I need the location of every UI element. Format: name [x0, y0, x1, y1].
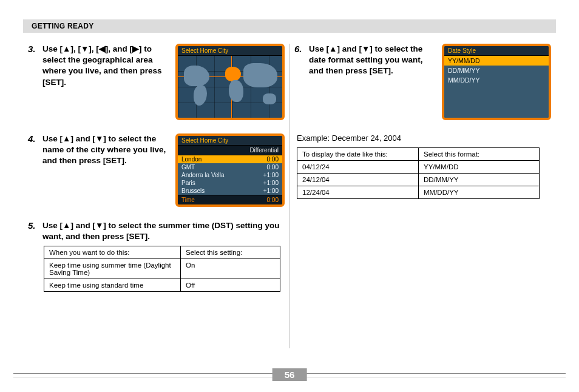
up-triangle-icon: ▲ [63, 133, 70, 144]
device-title: Select Home City [178, 136, 282, 146]
table-row: 04/12/24YY/MM/DD [297, 161, 540, 174]
page-number: 56 [273, 368, 307, 381]
columns: 3. Use [▲], [▼], [◀], and [▶] to select … [23, 44, 556, 305]
world-map [178, 56, 282, 119]
down-triangle-icon: ▼ [95, 133, 103, 144]
table-row: Keep time using standard timeOff [44, 279, 280, 292]
city-row: GMT0:00 [178, 163, 282, 171]
step-text: Use [▲] and [▼] to select the summer tim… [42, 220, 285, 242]
date-rows: YY/MM/DDDD/MM/YYMM/DD/YY [444, 56, 549, 85]
right-triangle-icon: ▶ [132, 44, 139, 55]
device-screenshot-map: Select Home City [175, 44, 285, 120]
city-row: Brussels+1:00 [178, 187, 282, 195]
date-row: YY/MM/DD [444, 56, 549, 66]
step-6: 6. Use [▲] and [▼] to select the date fo… [294, 44, 551, 120]
step-5: 5. Use [▲] and [▼] to select the summer … [28, 220, 285, 292]
device-screenshot-date-style: Date Style YY/MM/DDDD/MM/YYMM/DD/YY [442, 44, 551, 120]
table-row: 24/12/04DD/MM/YY [297, 174, 540, 186]
step-text: Use [▲] and [▼] to select the name of th… [42, 133, 169, 167]
step-number: 6. [294, 44, 305, 77]
date-row: MM/DD/YY [444, 75, 549, 85]
section-header: GETTING READY [23, 19, 556, 33]
step-number: 5. [28, 220, 39, 242]
city-row: Andorra la Vella+1:00 [178, 171, 282, 179]
up-triangle-icon: ▲ [63, 44, 70, 55]
table-row: Keep time using summer time (Daylight Sa… [44, 259, 280, 279]
table-header-row: When you want to do this: Select this se… [44, 246, 280, 259]
left-triangle-icon: ◀ [99, 44, 106, 55]
step-3: 3. Use [▲], [▼], [◀], and [▶] to select … [28, 44, 285, 120]
device-title: Select Home City [178, 46, 282, 56]
city-rows: London0:00GMT0:00Andorra la Vella+1:00Pa… [178, 155, 282, 195]
down-triangle-icon: ▼ [81, 44, 89, 55]
step-text: Use [▲], [▼], [◀], and [▶] to select the… [42, 44, 169, 88]
table-row: 12/24/04MM/DD/YY [297, 186, 540, 199]
device-padding [444, 85, 549, 118]
left-column: 3. Use [▲], [▼], [◀], and [▶] to select … [23, 44, 290, 305]
step-4: 4. Use [▲] and [▼] to select the name of… [28, 133, 285, 207]
up-triangle-icon: ▲ [329, 44, 337, 55]
date-row: DD/MM/YY [444, 66, 549, 75]
right-column: 6. Use [▲] and [▼] to select the date fo… [290, 44, 556, 305]
step-number: 3. [28, 44, 39, 88]
city-row: London0:00 [178, 155, 282, 163]
step-number: 4. [28, 133, 39, 167]
step-text: Use [▲] and [▼] to select the date forma… [309, 44, 436, 77]
up-triangle-icon: ▲ [63, 220, 70, 231]
down-triangle-icon: ▼ [95, 220, 103, 231]
device-screenshot-city-list: Select Home City Differential London0:00… [175, 133, 285, 207]
device-footer: Time 0:00 [178, 195, 282, 204]
device-title: Date Style [444, 46, 549, 56]
down-triangle-icon: ▼ [362, 44, 370, 55]
device-subheader: Differential [178, 146, 282, 155]
table-header-row: To display the date like this: Select th… [297, 148, 540, 161]
city-row: Paris+1:00 [178, 179, 282, 187]
dst-table: When you want to do this: Select this se… [44, 246, 280, 292]
example-label: Example: December 24, 2004 [297, 133, 551, 143]
format-table: To display the date like this: Select th… [297, 147, 540, 199]
